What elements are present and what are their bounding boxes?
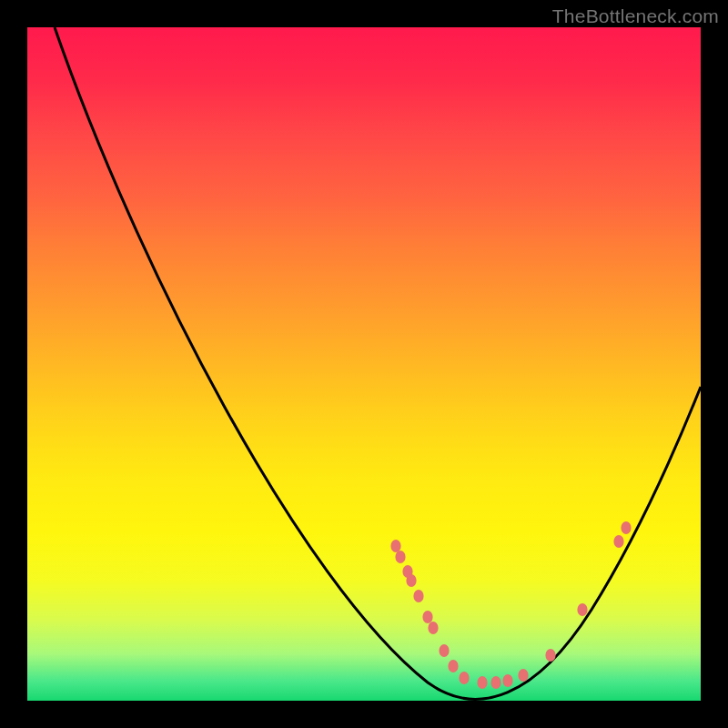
chart-svg [27, 27, 701, 701]
chart-marker [613, 535, 623, 548]
chart-marker [406, 574, 416, 587]
chart-marker [621, 521, 631, 534]
watermark-text: TheBottleneck.com [552, 5, 719, 27]
chart-marker [490, 676, 500, 689]
chart-marker [395, 551, 405, 563]
chart-curve [55, 27, 701, 699]
chart-marker [518, 669, 528, 682]
chart-marker [545, 649, 555, 662]
chart-marker [428, 622, 438, 634]
chart-marker [448, 660, 458, 672]
chart-marker [502, 674, 512, 687]
chart-marker [477, 676, 487, 689]
chart-marker [422, 611, 432, 623]
chart-marker [390, 540, 400, 552]
chart-marker [413, 590, 423, 602]
chart-plot-area [27, 27, 701, 701]
chart-marker [459, 672, 469, 684]
chart-marker [577, 603, 587, 616]
chart-marker [439, 644, 449, 657]
